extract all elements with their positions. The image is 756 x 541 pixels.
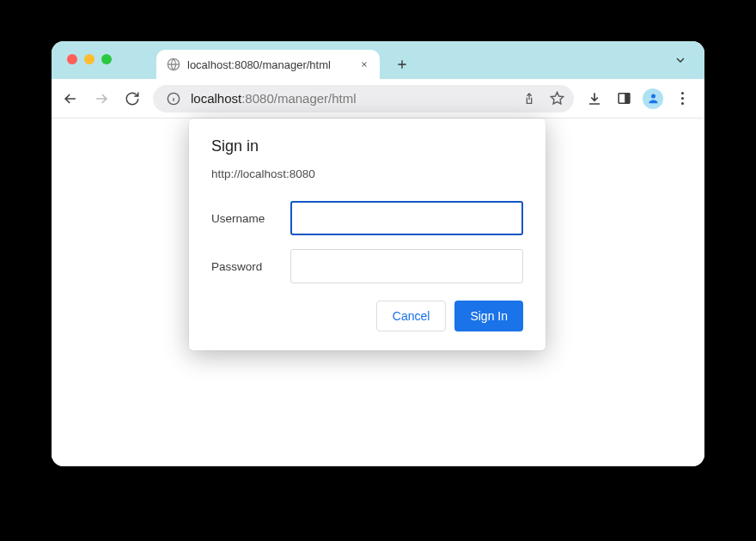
menu-kebab-icon[interactable] <box>668 85 696 112</box>
svg-point-5 <box>651 94 655 99</box>
password-label: Password <box>211 260 278 273</box>
globe-icon <box>167 58 180 71</box>
password-row: Password <box>211 249 523 283</box>
svg-marker-2 <box>551 92 563 103</box>
forward-button[interactable] <box>88 85 115 112</box>
traffic-lights <box>67 54 112 64</box>
toolbar: localhost:8080/manager/html <box>52 79 704 119</box>
tab-bar: localhost:8080/manager/html <box>52 41 704 79</box>
url-host: localhost <box>191 91 241 106</box>
window-minimize-button[interactable] <box>84 54 94 64</box>
new-tab-button[interactable] <box>390 55 414 74</box>
dialog-origin: http://localhost:8080 <box>211 167 523 180</box>
username-label: Username <box>211 212 278 225</box>
window-maximize-button[interactable] <box>101 54 112 64</box>
tab-title: localhost:8080/manager/html <box>187 58 331 71</box>
password-input[interactable] <box>290 249 523 283</box>
url-text: localhost:8080/manager/html <box>191 91 512 106</box>
side-panel-icon[interactable] <box>610 85 637 112</box>
browser-window: localhost:8080/manager/html localhos <box>52 41 704 466</box>
share-icon[interactable] <box>519 92 540 106</box>
auth-dialog: Sign in http://localhost:8080 Username P… <box>189 119 546 350</box>
url-path: :8080/manager/html <box>241 91 356 106</box>
tab-close-icon[interactable] <box>357 58 371 71</box>
signin-button[interactable]: Sign In <box>454 301 523 331</box>
site-info-icon[interactable] <box>163 92 184 106</box>
dialog-title: Sign in <box>211 137 523 155</box>
back-button[interactable] <box>57 85 84 112</box>
downloads-icon[interactable] <box>581 85 608 112</box>
page-content: Sign in http://localhost:8080 Username P… <box>52 119 704 466</box>
bookmark-star-icon[interactable] <box>546 91 567 106</box>
browser-tab[interactable]: localhost:8080/manager/html <box>156 50 380 79</box>
window-close-button[interactable] <box>67 54 77 64</box>
svg-rect-4 <box>625 94 630 103</box>
cancel-button[interactable]: Cancel <box>376 301 447 331</box>
username-input[interactable] <box>290 201 523 235</box>
username-row: Username <box>211 201 523 235</box>
tab-overflow-button[interactable] <box>674 53 687 70</box>
reload-button[interactable] <box>119 85 146 112</box>
dialog-actions: Cancel Sign In <box>211 301 523 331</box>
address-bar[interactable]: localhost:8080/manager/html <box>153 85 574 112</box>
profile-avatar[interactable] <box>639 85 667 112</box>
toolbar-right <box>581 85 696 112</box>
